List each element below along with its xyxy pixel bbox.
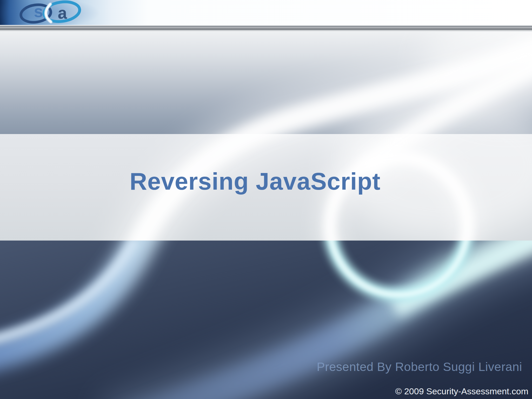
sa-logo: s a [0, 0, 99, 27]
logo-letter-s: s [34, 2, 43, 21]
slide-title: Reversing JavaScript [0, 168, 521, 194]
logo-letter-a: a [58, 4, 67, 22]
slide-background: Presented By Roberto Suggi Liverani [0, 0, 532, 399]
copyright-notice: © 2009 Security-Assessment.com [395, 386, 528, 396]
background-swoosh-graphics [0, 0, 532, 399]
